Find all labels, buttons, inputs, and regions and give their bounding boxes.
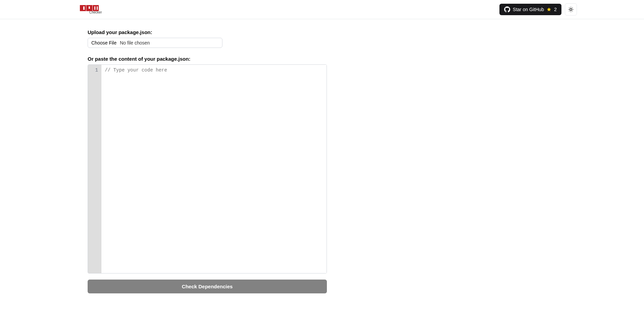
npm-logo-icon: [80, 5, 99, 11]
svg-line-4: [572, 11, 573, 11]
footer: © 2024, Npm Checker is a free tool made …: [0, 314, 644, 318]
header: Checker Star on GitHub 2: [0, 0, 644, 19]
header-actions: Star on GitHub 2: [499, 3, 577, 16]
svg-line-3: [569, 8, 570, 8]
svg-line-7: [569, 11, 570, 11]
theme-toggle-button[interactable]: [565, 3, 577, 16]
star-count: 2: [554, 7, 557, 12]
star-icon: [547, 7, 551, 12]
svg-point-0: [570, 8, 572, 10]
line-numbers: 1: [88, 65, 101, 273]
github-label: Star on GitHub: [513, 7, 544, 12]
github-star-button[interactable]: Star on GitHub 2: [499, 4, 561, 15]
logo[interactable]: Checker: [80, 5, 102, 14]
github-icon: [504, 6, 510, 12]
sun-icon: [568, 6, 574, 12]
main-content: Upload your package.json: Choose File No…: [0, 19, 644, 303]
line-number: 1: [91, 67, 98, 73]
file-input[interactable]: Choose File No file chosen: [88, 38, 222, 48]
code-editor: 1: [88, 64, 327, 273]
paste-label: Or paste the content of your package.jso…: [88, 56, 556, 62]
check-dependencies-button[interactable]: Check Dependencies: [88, 280, 327, 293]
upload-label: Upload your package.json:: [88, 29, 556, 35]
choose-file-button: Choose File: [91, 40, 117, 46]
file-status: No file chosen: [120, 40, 150, 46]
code-textarea[interactable]: [101, 65, 327, 273]
svg-line-8: [572, 8, 573, 8]
